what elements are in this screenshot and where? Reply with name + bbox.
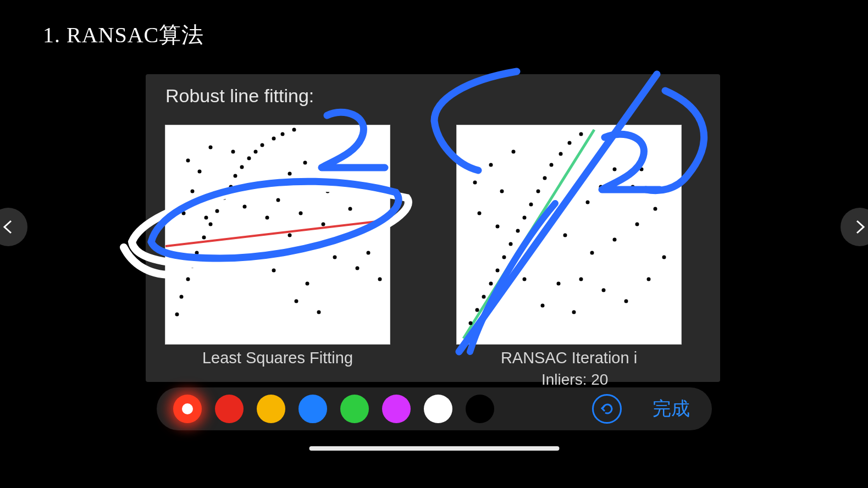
slide-title: 1. RANSAC算法 [43,20,204,50]
data-point [254,150,258,154]
color-swatch-black[interactable] [466,395,494,423]
data-point [299,212,303,215]
plot-least-squares [165,125,390,345]
data-point [489,282,493,286]
data-point [272,137,275,141]
data-point [662,256,666,259]
data-point [601,289,605,292]
data-point [599,185,603,189]
data-point [258,256,262,259]
color-swatch-magenta[interactable] [382,395,411,423]
data-point [317,310,320,314]
data-point [378,278,382,281]
data-point [288,234,291,237]
data-point [559,152,562,156]
inliers-label: Inliers: 20 [541,371,608,389]
data-point [294,300,298,303]
color-swatch-active-red[interactable] [173,395,202,423]
data-point [322,223,325,226]
data-point [292,128,296,132]
data-point [509,242,513,246]
data-point [653,207,657,211]
fit-line-red [165,125,391,345]
data-point [658,190,662,193]
plot-ransac [456,125,682,345]
data-point [209,146,213,149]
data-point [310,245,314,248]
data-point [215,209,219,213]
data-point [261,143,264,147]
data-point [220,190,224,193]
data-point [229,185,233,189]
chevron-left-icon [1,220,15,234]
data-point [349,207,352,211]
data-point [234,174,237,178]
data-point [197,170,201,174]
prev-button[interactable] [0,208,27,246]
data-point [550,163,554,167]
data-point [186,159,190,163]
done-button[interactable]: 完成 [653,396,690,422]
data-point [326,190,330,193]
next-button[interactable] [841,208,868,246]
data-point [231,150,235,154]
data-point [489,163,493,167]
data-point [556,282,560,286]
data-point [516,229,519,233]
data-point [495,225,499,229]
data-point [613,168,617,171]
data-point [306,282,309,286]
data-point [468,321,472,325]
data-point [254,185,258,189]
data-point [543,176,546,180]
color-swatch-white[interactable] [424,395,452,423]
chevron-right-icon [853,220,867,234]
color-swatch-blue[interactable] [298,395,327,423]
data-point [186,278,190,281]
data-point [281,132,285,136]
data-point [631,185,634,189]
data-point [500,190,504,193]
caption-least-squares: Least Squares Fitting [165,349,390,367]
data-point [482,295,486,299]
data-point [590,251,594,255]
caption-ransac: RANSAC Iteration i [456,349,682,367]
card-heading: Robust line fitting: [165,85,314,107]
data-point [579,278,583,281]
data-point [277,198,280,202]
data-point [635,223,639,226]
data-point [175,313,179,317]
data-point [540,304,544,308]
data-point [344,238,348,242]
color-swatch-orange[interactable] [257,395,285,423]
data-point [333,256,336,259]
data-point [613,238,617,242]
data-point [265,216,269,220]
data-point [579,132,583,136]
data-point [572,310,576,314]
data-point [502,256,506,259]
data-point [181,212,185,215]
data-point [195,251,199,255]
data-point [529,203,533,207]
home-indicator[interactable] [309,446,559,451]
data-point [355,267,359,270]
data-point [272,269,275,273]
data-point [563,234,567,237]
data-point [523,216,527,220]
fit-line-green [457,125,682,345]
data-point [204,216,208,220]
data-point [240,165,244,169]
data-point [640,168,644,171]
data-point [511,150,515,154]
color-swatch-green[interactable] [340,395,369,423]
undo-button[interactable] [592,394,622,424]
data-point [523,278,527,281]
data-point [536,190,540,193]
color-swatch-red[interactable] [215,395,244,423]
data-point [624,300,628,303]
markup-toolbar: 完成 [157,387,712,430]
undo-icon [600,402,614,416]
content-card: Robust line fitting: Least Squares Fitti… [146,74,720,382]
data-point [179,295,183,299]
